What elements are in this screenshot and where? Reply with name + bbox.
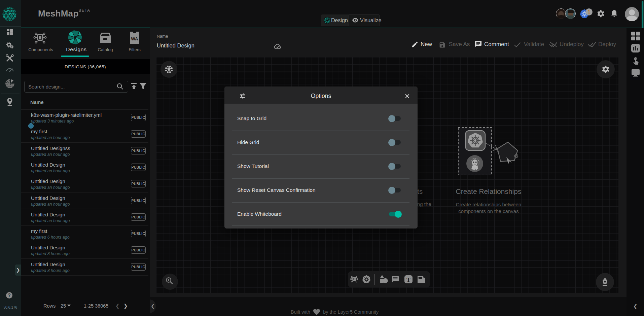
svg-text:T: T — [406, 277, 410, 283]
svg-text:WA: WA — [131, 36, 139, 41]
